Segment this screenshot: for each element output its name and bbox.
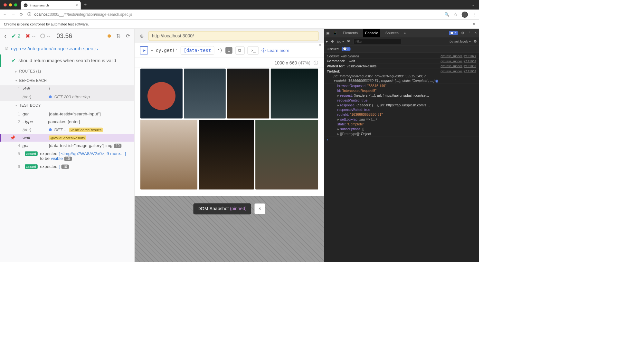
pointer-icon[interactable]: ➤ xyxy=(140,46,148,54)
log-line[interactable]: Console was clearedcypress_runner.js:191… xyxy=(324,54,479,59)
log-levels-selector[interactable]: Default levels ▾ xyxy=(450,40,471,43)
info-badge-icon: i xyxy=(436,80,438,83)
log-property[interactable]: ▸ response: {headers: {…}, url: 'https:/… xyxy=(324,103,479,107)
check-icon: ✔ xyxy=(12,58,16,64)
command-row[interactable]: 1 get [data-testid="search-input"] xyxy=(0,110,134,118)
test-title-row[interactable]: ✔ should return images when search term … xyxy=(0,54,134,67)
command-row-pinned[interactable]: 📌 wait @validSearchResults xyxy=(0,134,134,142)
image-gallery xyxy=(135,68,324,196)
browser-tab[interactable]: cy image-search × xyxy=(21,1,81,10)
before-each-header[interactable]: ▾BEFORE EACH xyxy=(0,76,134,85)
routes-header[interactable]: ▸ROUTES (1) xyxy=(0,67,134,76)
viewport-toggle-icon[interactable]: ⇅ xyxy=(116,33,120,39)
clear-console-icon[interactable]: ⊘ xyxy=(331,39,334,44)
close-window-icon[interactable] xyxy=(4,3,7,6)
test-body-header[interactable]: ▾TEST BODY xyxy=(0,101,134,110)
learn-more-link[interactable]: ⓘLearn more xyxy=(261,47,289,53)
caret-right-icon[interactable]: ▸ xyxy=(337,118,340,122)
caret-right-icon[interactable]: ▸ xyxy=(337,127,340,131)
minimize-window-icon[interactable] xyxy=(9,3,12,6)
caret-down-icon: ▾ xyxy=(15,104,17,107)
close-infobar-icon[interactable]: × xyxy=(473,22,475,27)
log-line[interactable]: Yielded:cypress_runner.js:191069 xyxy=(324,69,479,74)
command-row[interactable]: 1 visit / xyxy=(0,85,134,93)
command-row[interactable]: 6 -assert expected [10 xyxy=(0,162,134,171)
command-row[interactable]: 4 get [data-test-id="image-gallery"] img… xyxy=(0,142,134,150)
favicon-icon: cy xyxy=(24,3,28,7)
log-property[interactable]: responseWaited: true xyxy=(324,107,479,112)
log-line[interactable]: Waited for: validSearchResultscypress_ru… xyxy=(324,64,479,69)
close-playground-icon[interactable]: × xyxy=(318,43,321,48)
gallery-image xyxy=(271,69,318,119)
zoom-icon[interactable]: 🔍 xyxy=(444,12,450,17)
caret-down-icon[interactable]: ▾ xyxy=(334,79,336,83)
kebab-menu-icon[interactable]: ⋮ xyxy=(468,31,471,35)
device-toggle-icon[interactable]: 📱 xyxy=(333,31,337,35)
info-icon[interactable]: ⓘ xyxy=(314,60,318,65)
filter-input[interactable] xyxy=(353,39,401,44)
print-console-button[interactable]: >_ xyxy=(248,46,259,54)
log-property[interactable]: id: "interceptedRequest5" xyxy=(324,88,479,93)
address-bar[interactable]: ⓘ localhost:3000/__/#/tests/integration/… xyxy=(27,12,440,17)
chevron-down-icon[interactable]: ▾ xyxy=(151,48,153,53)
unpin-snapshot-button[interactable]: × xyxy=(254,203,265,214)
tab-overflow-icon[interactable]: ⌄ xyxy=(468,3,479,7)
spec-file-path[interactable]: 🗎 cypress/integration/image-search.spec.… xyxy=(0,43,134,54)
settings-gear-icon[interactable]: ⚙ xyxy=(461,31,464,35)
log-line[interactable]: ▾ outeId: '1636660653260-51', request: {… xyxy=(324,78,479,83)
reporter-back-icon[interactable]: ‹ xyxy=(4,32,6,40)
command-row[interactable]: 5 -assert expected [ <img#qp7WA8AV2x0>, … xyxy=(0,150,134,162)
reload-icon[interactable]: ⟳ xyxy=(20,12,23,17)
log-property[interactable]: routeId: "1636660653260-51" xyxy=(324,112,479,117)
issues-count-badge: 💬 3 xyxy=(342,47,350,51)
more-tabs-icon[interactable]: » xyxy=(404,31,406,35)
close-devtools-icon[interactable]: × xyxy=(475,31,477,35)
copy-button[interactable]: ⧉ xyxy=(235,46,245,54)
log-line[interactable]: Command: waitcypress_runner.js:191069 xyxy=(324,59,479,64)
settings-gear-icon[interactable]: ⚙ xyxy=(474,39,477,44)
log-property[interactable]: ▸ subscriptions: [] xyxy=(324,127,479,132)
log-property[interactable]: ▸ setLogFlag: flag => {…} xyxy=(324,117,479,122)
check-icon: ✔ xyxy=(11,33,16,39)
sidebar-toggle-icon[interactable]: ▸ xyxy=(326,39,328,44)
command-row[interactable]: (xhr) GET 200 https://ap… xyxy=(0,93,134,101)
log-property[interactable]: requestWaited: true xyxy=(324,98,479,103)
caret-right-icon[interactable]: ▸ xyxy=(337,93,340,97)
rerun-icon[interactable]: ⟳ xyxy=(126,33,130,39)
context-selector[interactable]: top ▾ xyxy=(337,40,344,43)
tab-elements[interactable]: Elements xyxy=(341,29,360,37)
chrome-tab-strip: cy image-search × + ⌄ xyxy=(0,0,479,10)
close-tab-icon[interactable]: × xyxy=(76,3,78,7)
chrome-menu-icon[interactable]: ⋮ xyxy=(472,12,476,17)
reporter-header: ‹ ✔2 ✖-- -- 03.56 ⇅ ⟳ xyxy=(0,29,134,43)
back-icon[interactable]: ← xyxy=(3,12,7,17)
eye-icon[interactable]: 👁 xyxy=(347,39,350,44)
selector-input[interactable]: [data-test xyxy=(181,46,214,55)
log-property[interactable]: ▸ [[Prototype]]: Object xyxy=(324,132,479,137)
tab-sources[interactable]: Sources xyxy=(384,29,401,37)
automation-infobar: Chrome is being controlled by automated … xyxy=(0,20,479,29)
issues-bar[interactable]: 3 Issues: 💬 3 xyxy=(324,45,479,53)
log-line[interactable]: {id: 'interceptedRequest5', browserReque… xyxy=(324,73,479,78)
selector-target-icon[interactable]: ⊕ xyxy=(140,33,144,39)
inspect-element-icon[interactable]: ▣ xyxy=(326,31,329,35)
log-property[interactable]: state: "Complete" xyxy=(324,122,479,127)
bookmark-icon[interactable]: ☆ xyxy=(454,12,457,17)
cypress-reporter: ‹ ✔2 ✖-- -- 03.56 ⇅ ⟳ 🗎 cypress/integrat… xyxy=(0,29,135,262)
site-info-icon[interactable]: ⓘ xyxy=(27,12,31,17)
new-tab-button[interactable]: + xyxy=(81,2,90,8)
browser-indicator-icon xyxy=(108,34,111,37)
maximize-window-icon[interactable] xyxy=(14,3,17,6)
command-row[interactable]: 2 -type pancakes {enter} xyxy=(0,118,134,126)
console-prompt[interactable]: › xyxy=(324,136,479,142)
caret-right-icon[interactable]: ▸ xyxy=(337,103,340,107)
command-row[interactable]: (xhr) GET … validSearchResults xyxy=(0,126,134,134)
caret-down-icon: ▾ xyxy=(15,79,17,82)
xhr-dot-icon xyxy=(49,128,52,131)
log-property[interactable]: ▸ request: {headers: {…}, url: 'https://… xyxy=(324,93,479,98)
log-property[interactable]: browserRequestId: "55515.149" xyxy=(324,83,479,88)
profile-avatar-icon[interactable] xyxy=(462,11,468,17)
message-count-badge[interactable]: 💬 3 xyxy=(449,31,458,35)
tab-console[interactable]: Console xyxy=(363,29,380,37)
caret-right-icon[interactable]: ▸ xyxy=(337,132,340,136)
